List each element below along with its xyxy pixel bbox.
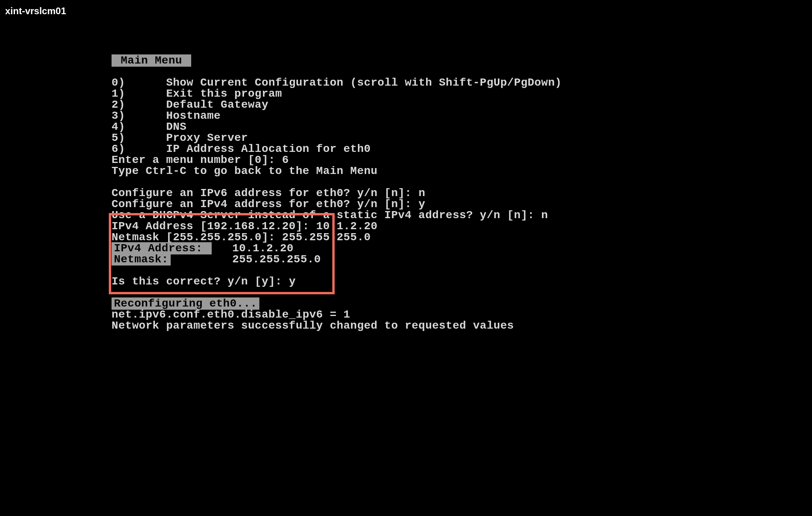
ipv6-prompt: Configure an IPv6 address for eth0? y/n …	[112, 188, 562, 199]
success-message: Network parameters successfully changed …	[112, 320, 562, 331]
back-hint: Type Ctrl-C to go back to the Main Menu	[112, 166, 562, 177]
menu-item-2: 2) Default Gateway	[112, 99, 562, 110]
ipv4-answer: y	[419, 198, 425, 210]
ipv6-answer: n	[419, 187, 425, 199]
summary-netmask-label: Netmask:	[112, 253, 171, 265]
dhcp-answer: n	[541, 209, 548, 221]
menu-number-input: 6	[282, 154, 289, 166]
disable-ipv6-output: net.ipv6.conf.eth0.disable_ipv6 = 1	[112, 309, 562, 320]
summary-netmask-value: 255.255.255.0	[171, 253, 321, 265]
dhcp-prompt: Use a DHCPv4 Server instead of a static …	[112, 210, 562, 221]
menu-item-0: 0) Show Current Configuration (scroll wi…	[112, 77, 562, 88]
menu-header: Main Menu	[112, 54, 191, 67]
menu-item-6: 6) IP Address Allocation for eth0	[112, 144, 562, 155]
menu-item-5: 5) Proxy Server	[112, 133, 562, 144]
menu-item-4: 4) DNS	[112, 122, 562, 133]
ipv4-address-input: 10.1.2.20	[316, 220, 378, 232]
menu-number-prompt: Enter a menu number [0]: 6	[112, 155, 562, 166]
console-tab-title: xint-vrslcm01	[5, 6, 66, 16]
menu-item-3: 3) Hostname	[112, 110, 562, 122]
menu-item-1: 1) Exit this program	[112, 88, 562, 99]
summary-ipv4-row: IPv4 Address: 10.1.2.20	[112, 243, 562, 254]
summary-netmask-row: Netmask: 255.255.255.0	[112, 254, 562, 265]
netmask-prompt: Netmask [255.255.255.0]: 255.255.255.0	[112, 232, 562, 243]
confirm-prompt: Is this correct? y/n [y]: y	[112, 276, 562, 287]
confirm-answer: y	[289, 275, 296, 288]
console-output[interactable]: Main Menu 0) Show Current Configuration …	[112, 55, 562, 331]
reconfiguring-status: Reconfiguring eth0...	[112, 297, 259, 310]
summary-ipv4-value: 10.1.2.20	[212, 242, 294, 254]
summary-ipv4-label: IPv4 Address:	[112, 242, 212, 254]
ipv4-address-prompt: IPv4 Address [192.168.12.20]: 10.1.2.20	[112, 221, 562, 232]
ipv4-prompt: Configure an IPv4 address for eth0? y/n …	[112, 199, 562, 210]
netmask-input: 255.255.255.0	[282, 231, 371, 243]
